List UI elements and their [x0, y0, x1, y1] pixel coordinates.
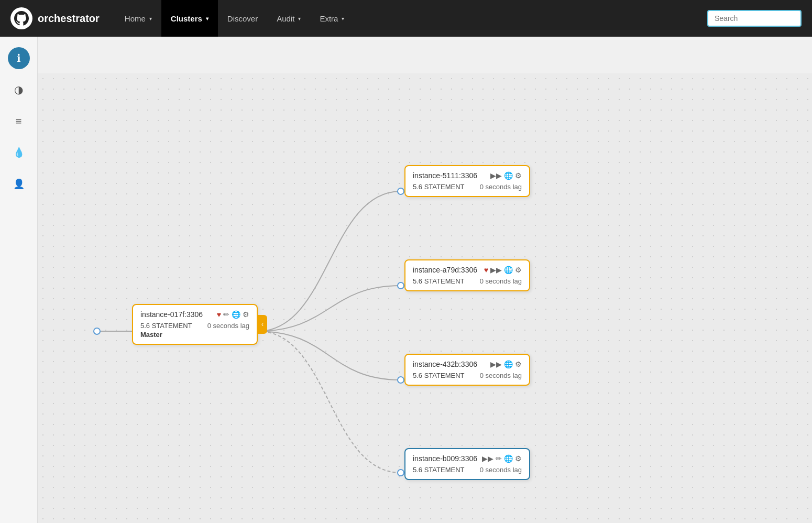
replica-4-node: instance-b009:3306 ▶▶ ✏ 🌐 ⚙ 5.6 STATEMEN… — [404, 448, 530, 480]
replica-1-name: instance-5111:3306 — [413, 171, 477, 180]
replica-1-icons: ▶▶ 🌐 ⚙ — [490, 171, 522, 180]
master-globe-icon[interactable]: 🌐 — [232, 310, 240, 319]
replica-3-name: instance-432b:3306 — [413, 360, 477, 368]
master-heart-icon[interactable]: ♥ — [217, 310, 221, 319]
sidebar: ℹ ◑ ≡ 💧 👤 — [0, 37, 38, 523]
replica-4-lag: 0 seconds lag — [480, 466, 522, 474]
replica-1-node: instance-5111:3306 ▶▶ 🌐 ⚙ 5.6 STATEMENT … — [404, 165, 530, 197]
replica-3-node: instance-432b:3306 ▶▶ 🌐 ⚙ 5.6 STATEMENT … — [404, 354, 530, 386]
nav-extra[interactable]: Extra ▾ — [310, 0, 354, 37]
app-logo: orchestrator — [10, 7, 100, 29]
replica-2-forward-icon[interactable]: ▶▶ — [490, 266, 502, 274]
sidebar-info-icon[interactable]: ℹ — [8, 47, 30, 69]
replica-4-forward-icon[interactable]: ▶▶ — [482, 454, 493, 463]
master-role: Master — [140, 331, 249, 339]
master-lag: 0 seconds lag — [207, 322, 249, 330]
topology-canvas: instance-017f:3306 ♥ ✏ 🌐 ⚙ 5.6 STATEMENT… — [38, 73, 812, 523]
master-gear-icon[interactable]: ⚙ — [243, 310, 249, 319]
master-pencil-icon[interactable]: ✏ — [223, 310, 229, 319]
replica-2-details: 5.6 STATEMENT 0 seconds lag — [413, 277, 522, 285]
replica-4-pencil-icon[interactable]: ✏ — [496, 454, 502, 463]
clusters-chevron: ▾ — [206, 16, 209, 21]
sidebar-drop-icon[interactable]: 💧 — [8, 141, 30, 164]
nav-clusters[interactable]: Clusters ▾ — [161, 0, 218, 37]
root-connector — [93, 328, 101, 335]
replica-3-forward-icon[interactable]: ▶▶ — [490, 360, 502, 368]
home-chevron: ▾ — [149, 16, 152, 21]
replica-1-forward-icon[interactable]: ▶▶ — [490, 171, 502, 180]
replica-2-name: instance-a79d:3306 — [413, 266, 477, 274]
replica-4-details: 5.6 STATEMENT 0 seconds lag — [413, 466, 522, 474]
replica-3-connector — [397, 376, 404, 384]
master-instance-node: instance-017f:3306 ♥ ✏ 🌐 ⚙ 5.6 STATEMENT… — [132, 304, 258, 345]
replica-2-node: instance-a79d:3306 ♥ ▶▶ 🌐 ⚙ 5.6 STATEMEN… — [404, 259, 530, 291]
app-name: orchestrator — [38, 13, 100, 25]
replica-2-heart-icon[interactable]: ♥ — [484, 266, 488, 274]
replica-4-name: instance-b009:3306 — [413, 454, 477, 463]
replica-1-globe-icon[interactable]: 🌐 — [504, 171, 513, 180]
replica-2-globe-icon[interactable]: 🌐 — [504, 266, 513, 274]
replica-2-header: instance-a79d:3306 ♥ ▶▶ 🌐 ⚙ — [413, 266, 522, 274]
nav-audit[interactable]: Audit ▾ — [267, 0, 310, 37]
master-node-header: instance-017f:3306 ♥ ✏ 🌐 ⚙ — [140, 310, 249, 319]
replica-2-icons: ♥ ▶▶ 🌐 ⚙ — [484, 266, 522, 274]
replica-3-icons: ▶▶ 🌐 ⚙ — [490, 360, 522, 368]
master-details: 5.6 STATEMENT 0 seconds lag — [140, 322, 249, 330]
replica-1-details: 5.6 STATEMENT 0 seconds lag — [413, 183, 522, 191]
replica-4-gear-icon[interactable]: ⚙ — [515, 454, 522, 463]
nav-menu: Home ▾ Clusters ▾ Discover Audit ▾ Extra… — [115, 0, 707, 37]
github-logo-icon — [10, 7, 32, 29]
sidebar-contrast-icon[interactable]: ◑ — [8, 79, 30, 101]
replica-3-header: instance-432b:3306 ▶▶ 🌐 ⚙ — [413, 360, 522, 368]
replica-1-version: 5.6 STATEMENT — [413, 183, 464, 191]
nav-discover[interactable]: Discover — [218, 0, 267, 37]
replica-3-gear-icon[interactable]: ⚙ — [515, 360, 522, 368]
replica-1-header: instance-5111:3306 ▶▶ 🌐 ⚙ — [413, 171, 522, 180]
search-input[interactable] — [707, 10, 802, 27]
replica-2-gear-icon[interactable]: ⚙ — [515, 266, 522, 274]
sidebar-user-icon[interactable]: 👤 — [8, 173, 30, 195]
master-instance-name: instance-017f:3306 — [140, 310, 203, 319]
master-version: 5.6 STATEMENT — [140, 322, 192, 330]
replica-3-details: 5.6 STATEMENT 0 seconds lag — [413, 372, 522, 379]
replica-2-version: 5.6 STATEMENT — [413, 277, 464, 285]
nav-home[interactable]: Home ▾ — [115, 0, 161, 37]
replica-4-icons: ▶▶ ✏ 🌐 ⚙ — [482, 454, 522, 463]
replica-2-connector — [397, 282, 404, 289]
replica-4-version: 5.6 STATEMENT — [413, 466, 464, 474]
extra-chevron: ▾ — [342, 16, 344, 21]
replica-4-header: instance-b009:3306 ▶▶ ✏ 🌐 ⚙ — [413, 454, 522, 463]
replica-1-gear-icon[interactable]: ⚙ — [515, 171, 522, 180]
replica-1-connector — [397, 188, 404, 195]
master-node-icons: ♥ ✏ 🌐 ⚙ — [217, 310, 249, 319]
replica-3-globe-icon[interactable]: 🌐 — [504, 360, 513, 368]
collapse-handle[interactable]: ‹ — [258, 315, 267, 334]
audit-chevron: ▾ — [298, 16, 301, 21]
replica-3-version: 5.6 STATEMENT — [413, 372, 464, 379]
replica-3-lag: 0 seconds lag — [480, 372, 522, 379]
replica-4-globe-icon[interactable]: 🌐 — [504, 454, 513, 463]
sidebar-book-icon[interactable]: ≡ — [8, 110, 30, 132]
replica-2-lag: 0 seconds lag — [480, 277, 522, 285]
replica-1-lag: 0 seconds lag — [480, 183, 522, 191]
replica-4-connector — [397, 469, 404, 476]
